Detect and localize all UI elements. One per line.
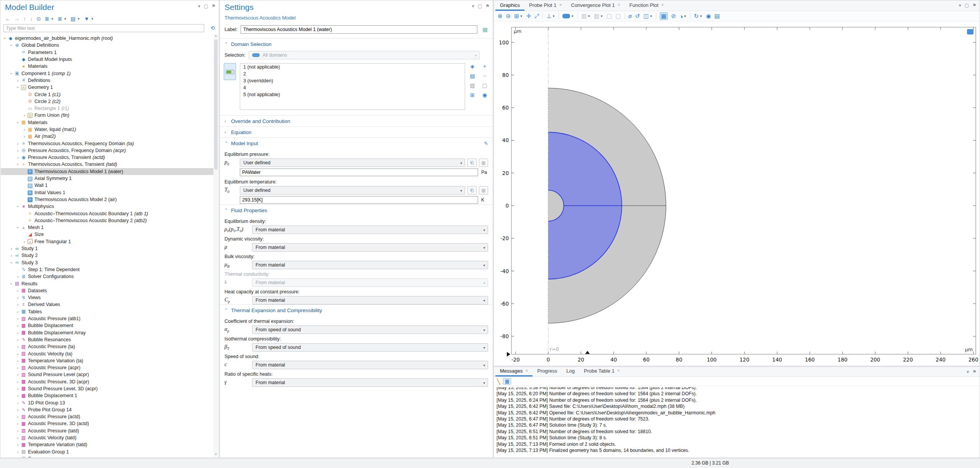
expand-arrow-icon[interactable]: › [15,358,20,363]
tree-item[interactable]: ›DThermoviscous Acoustics Model 2 (air) [1,196,213,203]
tree-item[interactable]: ›▧Acoustic Pressure (atb1) [1,315,213,322]
copy-image-settings-icon[interactable]: ▥▼ [594,13,603,20]
view-orientation-icon[interactable]: ⊥▼ [546,13,555,20]
expand-arrow-icon[interactable]: › [15,435,20,440]
edit-model-inputs-icon[interactable]: ✎ [484,141,488,146]
tree-item[interactable]: ›▩Acoustic Pressure, 3D (actd) [1,420,213,427]
chevron-down-icon[interactable]: ▼ [51,17,54,21]
tree-item[interactable]: ›⊙Circle 2(c2) [1,98,213,105]
tab-convergence-plot-1[interactable]: Convergence Plot 1× [567,0,625,11]
edit-default-icon[interactable]: ▦ [479,159,488,167]
tree-item[interactable]: ›DInitial Values 1 [1,189,213,196]
tree-item[interactable]: ›▦Water, liquid(mat1) [1,126,213,133]
close-tab-icon[interactable]: × [617,368,620,373]
expand-arrow-icon[interactable]: › [15,365,20,370]
scroll-up-icon[interactable]: ▲ [213,34,218,39]
expand-arrow-icon[interactable]: › [16,456,20,457]
tree-item[interactable]: ›AGeometry 1 [1,84,213,91]
property-combo[interactable]: From material▼ [252,378,488,387]
tree-filter-input[interactable] [3,24,204,32]
tree-item[interactable]: ›▭Rectangle 1(r1) [1,105,213,112]
tree-item[interactable]: ›≣Solver Configurations [1,273,213,280]
expand-arrow-icon[interactable]: › [15,344,20,349]
tree-item[interactable]: ›▧Acoustic Pressure (tatd) [1,427,213,434]
expand-arrow-icon[interactable]: › [15,352,20,356]
tree-item[interactable]: ›»Thermoviscous Acoustics, Transient(tat… [1,161,213,168]
deselect-box-icon[interactable]: ▢ [616,13,621,20]
expand-arrow-icon[interactable]: › [15,393,20,398]
load-value-icon[interactable]: ⎗ [467,186,477,195]
label-field-input[interactable] [241,25,477,34]
select-box-icon[interactable]: ▢ [606,13,612,20]
expand-arrow-icon[interactable]: › [15,148,20,153]
tree-item[interactable]: ›⊙Circle 1(c1) [1,91,213,98]
image-snapshot-icon[interactable]: ◉ [706,13,711,20]
domain-list-item[interactable]: 3 (overridden) [240,77,465,84]
tree-item[interactable]: ›»Acoustic–Thermoviscous Acoustic Bounda… [1,210,213,217]
section-domain-selection[interactable]: › Domain Selection [220,39,493,49]
tree-item[interactable]: ›▧Acoustic Pressure (actd) [1,413,213,420]
hide-objects-icon[interactable]: ⌀ [628,13,632,20]
tree-item[interactable]: ›∞Study 2 [1,252,213,259]
refresh-icon[interactable]: ⟲ [210,25,215,31]
zoom-extents-icon[interactable]: ✛ [526,13,531,20]
expand-arrow-icon[interactable]: › [15,309,20,314]
tree-item[interactable]: ›∿Probe Plot Group 14 [1,406,213,413]
expand-arrow-icon[interactable]: › [15,295,20,300]
tree-item[interactable]: ›◎Pressure Acoustics, Frequency Domain(a… [1,147,213,154]
tab-messages[interactable]: Messages× [495,366,533,376]
tree-item[interactable]: ›DWall 1 [1,182,213,189]
expand-arrow-icon[interactable]: › [9,260,14,265]
expand-arrow-icon[interactable]: › [16,85,20,90]
clear-selection-icon[interactable]: ▢ [482,82,487,88]
move-down-icon[interactable]: ↓ [30,16,33,22]
tree-item[interactable]: ›▧Acoustic Pressure (ta) [1,343,213,350]
collapse-chevron-icon[interactable]: ▾ [472,3,474,9]
float-window-icon[interactable]: ▢ [204,3,208,9]
expand-arrow-icon[interactable]: › [15,421,20,426]
add-to-selection-icon[interactable]: + [483,63,486,69]
chevron-down-icon[interactable]: ▼ [91,17,94,21]
tree-item[interactable]: ›∿1D Plot Group 13 [1,399,213,406]
section-equation[interactable]: › Equation [220,127,493,137]
chevron-down-icon[interactable]: ▼ [77,17,80,21]
tree-item[interactable]: ›▩Bubble Displacement Array [1,329,213,336]
expand-arrow-icon[interactable]: › [15,380,20,384]
print-icon[interactable]: ▤ [715,13,720,20]
value-input[interactable] [240,169,478,176]
float-window-icon[interactable]: ▢ [965,3,969,8]
tree-item[interactable]: ›∗Multiphysics [1,203,213,210]
tree-item[interactable]: ›∿Step 1: Time Dependent [1,266,213,273]
expand-arrow-icon[interactable]: › [22,113,27,118]
copy-selection-icon[interactable]: ▤ [470,73,475,79]
expand-arrow-icon[interactable]: › [15,414,20,419]
rename-icon[interactable]: ▤ [480,25,490,34]
tree-item[interactable]: ›▤Evaluation Group 1 [1,448,213,455]
back-icon[interactable]: ← [5,16,10,22]
domain-list-item[interactable]: 1 (not applicable) [240,64,465,70]
expand-arrow-icon[interactable]: › [15,372,20,377]
tree-item[interactable]: ›»Acoustic–Thermoviscous Acoustic Bounda… [1,217,213,224]
tree-item[interactable]: ›▦Air(mat2) [1,133,213,140]
filter-funnel-icon[interactable]: ▼ [84,16,89,22]
property-combo[interactable]: From speed of sound▼ [252,326,488,334]
remove-from-selection-icon[interactable]: − [483,73,486,79]
clear-messages-icon[interactable]: ╲ [497,378,500,385]
tree-item[interactable]: ›▤Results [1,280,213,287]
close-tab-icon[interactable]: × [525,368,528,373]
scrollbar-thumb[interactable] [214,39,218,170]
tree-item[interactable]: ›▩Bubble Displacement 1 [1,392,213,399]
tree-item[interactable]: ›⊕Global Definitions [1,42,213,49]
tree-item[interactable]: ›▧Acoustic Velocity (tatd) [1,434,213,441]
material-rendering-icon[interactable]: ⊘ [671,13,676,20]
pin-window-icon[interactable]: ⚑ [972,3,977,8]
tab-probe-plot-1[interactable]: Probe Plot 1× [524,0,567,11]
property-combo[interactable]: From speed of sound▼ [252,343,488,352]
property-combo[interactable]: From material▼ [252,296,488,304]
tree-item[interactable]: ›▧Acoustic Pressure (acpr) [1,364,213,371]
expand-arrow-icon[interactable]: › [15,450,20,454]
zoom-box-icon[interactable]: ⊞▼ [514,13,523,20]
messages-log[interactable]: [May 15, 2025, 5:58 PM] Number of degree… [494,387,979,457]
expand-arrow-icon[interactable]: › [15,331,20,335]
tab-progress[interactable]: Progress [533,366,562,376]
